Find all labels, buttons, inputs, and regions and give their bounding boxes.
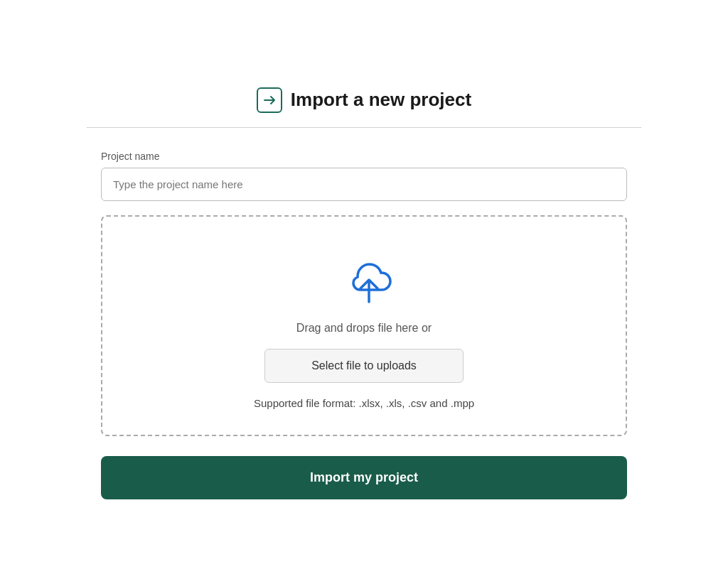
header-divider [87, 127, 641, 128]
project-name-input[interactable] [101, 168, 627, 201]
form-section: Project name Drag and drops file here or… [87, 151, 641, 499]
import-project-button[interactable]: Import my project [101, 456, 627, 499]
supported-formats-text: Supported file format: .xlsx, .xls, .csv… [254, 397, 474, 409]
project-name-label: Project name [101, 151, 627, 162]
upload-cloud-icon [328, 251, 400, 308]
select-file-button[interactable]: Select file to uploads [264, 349, 464, 383]
header-import-icon [257, 87, 282, 113]
file-dropzone[interactable]: Drag and drops file here or Select file … [101, 215, 627, 436]
page-title: Import a new project [291, 89, 471, 111]
page-header: Import a new project [87, 70, 641, 127]
page-container: Import a new project Project name Drag a… [87, 70, 641, 499]
drag-drop-text: Drag and drops file here or [296, 322, 432, 335]
